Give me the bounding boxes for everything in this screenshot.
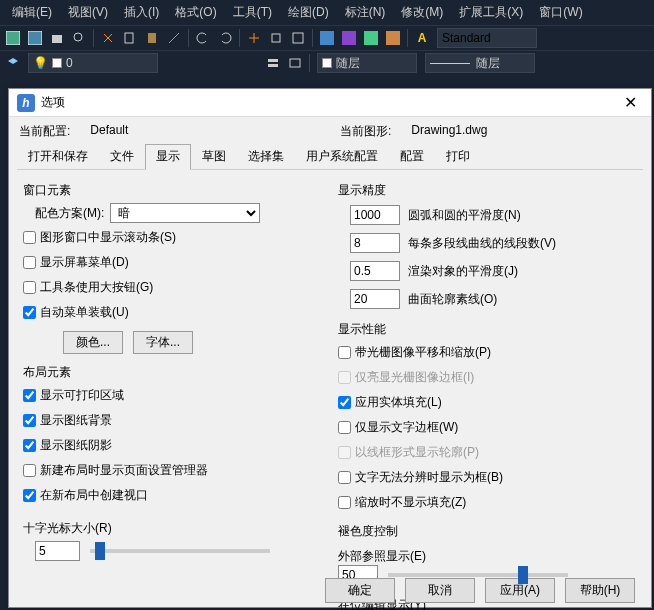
- chk-papershadow[interactable]: [23, 439, 36, 452]
- chk-panraster[interactable]: [338, 346, 351, 359]
- redo-icon[interactable]: [216, 29, 234, 47]
- undo-icon[interactable]: [194, 29, 212, 47]
- svg-rect-1: [28, 31, 42, 45]
- options-dialog: h 选项 ✕ 当前配置: Default 当前图形: Drawing1.dwg …: [8, 88, 652, 608]
- contour-input[interactable]: [350, 289, 400, 309]
- svg-rect-10: [364, 31, 378, 45]
- help-button[interactable]: 帮助(H): [565, 578, 635, 603]
- tab-display[interactable]: 显示: [145, 144, 191, 170]
- crosshair-slider[interactable]: [90, 549, 270, 553]
- segments-label: 每条多段线曲线的线段数(V): [408, 235, 556, 252]
- chk-zoomnofill[interactable]: [338, 496, 351, 509]
- preview-icon[interactable]: [70, 29, 88, 47]
- chk-panraster-label: 带光栅图像平移和缩放(P): [355, 344, 491, 361]
- chk-createviewport[interactable]: [23, 489, 36, 502]
- layer-combo[interactable]: 💡 0: [28, 53, 158, 73]
- textstyle-icon[interactable]: A: [413, 29, 431, 47]
- copy-icon[interactable]: [121, 29, 139, 47]
- arcsmooth-input[interactable]: [350, 205, 400, 225]
- pan-icon[interactable]: [245, 29, 263, 47]
- linetype-combo[interactable]: 随层: [317, 53, 417, 73]
- zoom-icon[interactable]: [267, 29, 285, 47]
- textstyle-combo[interactable]: Standard: [437, 28, 537, 48]
- svg-rect-6: [272, 34, 280, 42]
- menu-view[interactable]: 视图(V): [60, 2, 116, 23]
- tab-selection[interactable]: 选择集: [237, 144, 295, 169]
- toolpal-icon[interactable]: [362, 29, 380, 47]
- cut-icon[interactable]: [99, 29, 117, 47]
- chk-paperbg-label: 显示图纸背景: [40, 412, 112, 429]
- svg-rect-9: [342, 31, 356, 45]
- chk-pagesetup-label: 新建布局时显示页面设置管理器: [40, 462, 208, 479]
- menu-dim[interactable]: 标注(N): [337, 2, 394, 23]
- separator: [188, 29, 189, 47]
- menu-insert[interactable]: 插入(I): [116, 2, 167, 23]
- tab-drafting[interactable]: 草图: [191, 144, 237, 169]
- dialog-body: 窗口元素 配色方案(M): 暗 图形窗口中显示滚动条(S) 显示屏幕菜单(D) …: [9, 170, 651, 570]
- chk-paperbg[interactable]: [23, 414, 36, 427]
- menu-draw[interactable]: 绘图(D): [280, 2, 337, 23]
- crosshair-label: 十字光标大小(R): [23, 520, 322, 537]
- chk-pagesetup[interactable]: [23, 464, 36, 477]
- chk-autoload-label: 自动菜单装载(U): [40, 304, 129, 321]
- tab-opensave[interactable]: 打开和保存: [17, 144, 99, 169]
- tab-profiles[interactable]: 配置: [389, 144, 435, 169]
- layerstate-icon[interactable]: [264, 54, 282, 72]
- chk-bigbuttons-label: 工具条使用大按钮(G): [40, 279, 153, 296]
- menu-bar: 编辑(E) 视图(V) 插入(I) 格式(O) 工具(T) 绘图(D) 标注(N…: [0, 0, 654, 25]
- crosshair-input[interactable]: [35, 541, 80, 561]
- colorscheme-select[interactable]: 暗: [110, 203, 260, 223]
- xref-slider[interactable]: [388, 573, 568, 577]
- calc-icon[interactable]: [384, 29, 402, 47]
- chk-textboundary[interactable]: [338, 421, 351, 434]
- designcenter-icon[interactable]: [340, 29, 358, 47]
- zoom-ext-icon[interactable]: [289, 29, 307, 47]
- separator: [312, 29, 313, 47]
- cancel-button[interactable]: 取消: [405, 578, 475, 603]
- rendersmooth-input[interactable]: [350, 261, 400, 281]
- chk-bigbuttons[interactable]: [23, 281, 36, 294]
- layeriso-icon[interactable]: [286, 54, 304, 72]
- menu-format[interactable]: 格式(O): [167, 2, 224, 23]
- chk-scrollbars-label: 图形窗口中显示滚动条(S): [40, 229, 176, 246]
- ok-button[interactable]: 确定: [325, 578, 395, 603]
- tab-files[interactable]: 文件: [99, 144, 145, 169]
- current-profile-value: Default: [90, 123, 128, 140]
- chk-screenmenu[interactable]: [23, 256, 36, 269]
- layer-icon[interactable]: [4, 54, 22, 72]
- chk-highlightraster-label: 仅亮显光栅图像边框(I): [355, 369, 474, 386]
- menu-modify[interactable]: 修改(M): [393, 2, 451, 23]
- menu-ext[interactable]: 扩展工具(X): [451, 2, 531, 23]
- segments-input[interactable]: [350, 233, 400, 253]
- chk-scrollbars[interactable]: [23, 231, 36, 244]
- menu-edit[interactable]: 编辑(E): [4, 2, 60, 23]
- chk-autoload[interactable]: [23, 306, 36, 319]
- match-icon[interactable]: [165, 29, 183, 47]
- menu-window[interactable]: 窗口(W): [531, 2, 590, 23]
- lineweight-combo[interactable]: 随层: [425, 53, 535, 73]
- properties-icon[interactable]: [318, 29, 336, 47]
- chk-highlightraster: [338, 371, 351, 384]
- group-layout-elements: 布局元素: [23, 364, 322, 381]
- fonts-button[interactable]: 字体...: [133, 331, 193, 354]
- colors-button[interactable]: 颜色...: [63, 331, 123, 354]
- tab-plot[interactable]: 打印: [435, 144, 481, 169]
- save-icon[interactable]: [4, 29, 22, 47]
- chk-printable-label: 显示可打印区域: [40, 387, 124, 404]
- chk-printable[interactable]: [23, 389, 36, 402]
- chk-solidfill[interactable]: [338, 396, 351, 409]
- svg-rect-2: [52, 35, 62, 43]
- close-button[interactable]: ✕: [618, 93, 643, 112]
- paste-icon[interactable]: [143, 29, 161, 47]
- colorscheme-label: 配色方案(M):: [35, 205, 104, 222]
- saveall-icon[interactable]: [26, 29, 44, 47]
- tab-userpref[interactable]: 用户系统配置: [295, 144, 389, 169]
- menu-tools[interactable]: 工具(T): [225, 2, 280, 23]
- line-sample: [430, 63, 470, 64]
- svg-rect-13: [268, 64, 278, 67]
- svg-rect-0: [6, 31, 20, 45]
- rendersmooth-label: 渲染对象的平滑度(J): [408, 263, 518, 280]
- current-profile-label: 当前配置:: [19, 123, 70, 140]
- print-icon[interactable]: [48, 29, 66, 47]
- chk-textnores[interactable]: [338, 471, 351, 484]
